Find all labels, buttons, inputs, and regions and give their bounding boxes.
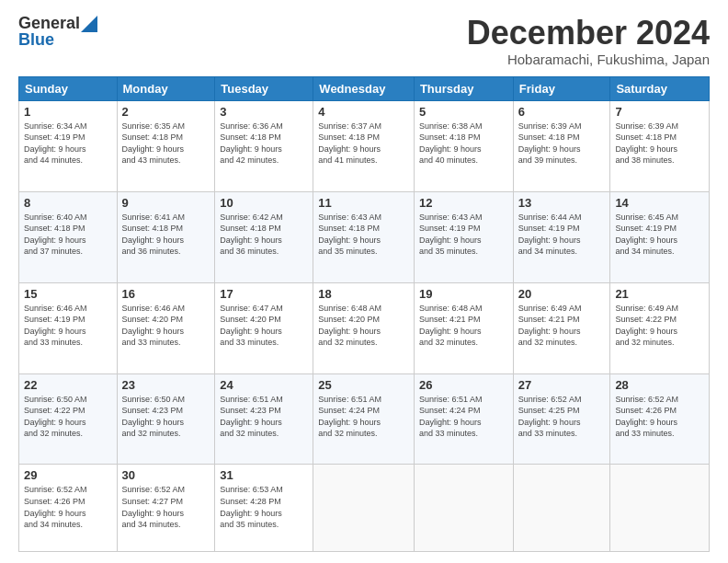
column-header-saturday: Saturday: [610, 76, 710, 100]
calendar-cell: 2Sunrise: 6:35 AM Sunset: 4:18 PM Daylig…: [117, 100, 215, 191]
day-number: 15: [24, 287, 112, 301]
calendar-cell: 27Sunrise: 6:52 AM Sunset: 4:25 PM Dayli…: [513, 373, 610, 465]
day-number: 5: [419, 105, 508, 119]
calendar-table: SundayMondayTuesdayWednesdayThursdayFrid…: [18, 76, 710, 552]
logo: General Blue: [18, 15, 97, 50]
day-info: Sunrise: 6:52 AM Sunset: 4:26 PM Dayligh…: [24, 484, 112, 530]
day-number: 2: [122, 105, 210, 119]
calendar-cell: 26Sunrise: 6:51 AM Sunset: 4:24 PM Dayli…: [414, 373, 513, 465]
day-info: Sunrise: 6:51 AM Sunset: 4:23 PM Dayligh…: [220, 394, 308, 440]
day-info: Sunrise: 6:43 AM Sunset: 4:19 PM Dayligh…: [419, 212, 508, 258]
calendar-cell: 1Sunrise: 6:34 AM Sunset: 4:19 PM Daylig…: [19, 100, 118, 191]
calendar-cell: [610, 465, 710, 552]
calendar-cell: 28Sunrise: 6:52 AM Sunset: 4:26 PM Dayli…: [610, 373, 710, 465]
calendar-cell: 11Sunrise: 6:43 AM Sunset: 4:18 PM Dayli…: [313, 191, 415, 282]
svg-marker-0: [81, 16, 97, 32]
day-info: Sunrise: 6:50 AM Sunset: 4:23 PM Dayligh…: [122, 394, 210, 440]
column-header-friday: Friday: [513, 76, 610, 100]
title-block: December 2024 Hobaramachi, Fukushima, Ja…: [467, 15, 710, 67]
day-number: 3: [220, 105, 308, 119]
day-info: Sunrise: 6:49 AM Sunset: 4:21 PM Dayligh…: [518, 303, 606, 349]
day-info: Sunrise: 6:35 AM Sunset: 4:18 PM Dayligh…: [122, 121, 210, 167]
day-number: 26: [419, 378, 508, 392]
day-info: Sunrise: 6:46 AM Sunset: 4:20 PM Dayligh…: [122, 303, 210, 349]
day-info: Sunrise: 6:45 AM Sunset: 4:19 PM Dayligh…: [615, 212, 704, 258]
calendar-cell: [513, 465, 610, 552]
calendar-cell: 3Sunrise: 6:36 AM Sunset: 4:18 PM Daylig…: [215, 100, 313, 191]
calendar-cell: 6Sunrise: 6:39 AM Sunset: 4:18 PM Daylig…: [513, 100, 610, 191]
day-number: 19: [419, 287, 508, 301]
column-header-thursday: Thursday: [414, 76, 513, 100]
calendar-cell: 8Sunrise: 6:40 AM Sunset: 4:18 PM Daylig…: [19, 191, 118, 282]
day-number: 27: [518, 378, 606, 392]
day-number: 8: [24, 196, 112, 210]
day-number: 22: [24, 378, 112, 392]
calendar-cell: 24Sunrise: 6:51 AM Sunset: 4:23 PM Dayli…: [215, 373, 313, 465]
day-number: 9: [122, 196, 210, 210]
calendar-cell: 18Sunrise: 6:48 AM Sunset: 4:20 PM Dayli…: [313, 282, 415, 373]
month-title: December 2024: [467, 15, 710, 52]
calendar-cell: 17Sunrise: 6:47 AM Sunset: 4:20 PM Dayli…: [215, 282, 313, 373]
day-info: Sunrise: 6:39 AM Sunset: 4:18 PM Dayligh…: [615, 121, 704, 167]
column-header-monday: Monday: [117, 76, 215, 100]
day-info: Sunrise: 6:40 AM Sunset: 4:18 PM Dayligh…: [24, 212, 112, 258]
day-info: Sunrise: 6:41 AM Sunset: 4:18 PM Dayligh…: [122, 212, 210, 258]
day-number: 30: [122, 468, 210, 482]
day-info: Sunrise: 6:38 AM Sunset: 4:18 PM Dayligh…: [419, 121, 508, 167]
day-info: Sunrise: 6:39 AM Sunset: 4:18 PM Dayligh…: [518, 121, 606, 167]
calendar-cell: 15Sunrise: 6:46 AM Sunset: 4:19 PM Dayli…: [19, 282, 118, 373]
day-number: 10: [220, 196, 308, 210]
day-number: 14: [615, 196, 704, 210]
day-number: 21: [615, 287, 704, 301]
day-info: Sunrise: 6:52 AM Sunset: 4:27 PM Dayligh…: [122, 484, 210, 530]
calendar-cell: 5Sunrise: 6:38 AM Sunset: 4:18 PM Daylig…: [414, 100, 513, 191]
day-number: 25: [318, 378, 409, 392]
day-info: Sunrise: 6:42 AM Sunset: 4:18 PM Dayligh…: [220, 212, 308, 258]
day-info: Sunrise: 6:51 AM Sunset: 4:24 PM Dayligh…: [419, 394, 508, 440]
calendar-cell: 14Sunrise: 6:45 AM Sunset: 4:19 PM Dayli…: [610, 191, 710, 282]
day-info: Sunrise: 6:37 AM Sunset: 4:18 PM Dayligh…: [318, 121, 409, 167]
day-info: Sunrise: 6:46 AM Sunset: 4:19 PM Dayligh…: [24, 303, 112, 349]
day-info: Sunrise: 6:43 AM Sunset: 4:18 PM Dayligh…: [318, 212, 409, 258]
day-info: Sunrise: 6:53 AM Sunset: 4:28 PM Dayligh…: [220, 484, 308, 530]
calendar-cell: 23Sunrise: 6:50 AM Sunset: 4:23 PM Dayli…: [117, 373, 215, 465]
day-number: 11: [318, 196, 409, 210]
calendar-cell: [313, 465, 415, 552]
day-info: Sunrise: 6:44 AM Sunset: 4:19 PM Dayligh…: [518, 212, 606, 258]
column-header-sunday: Sunday: [19, 76, 118, 100]
day-number: 12: [419, 196, 508, 210]
page-header: General Blue December 2024 Hobaramachi, …: [18, 15, 710, 67]
calendar-cell: 19Sunrise: 6:48 AM Sunset: 4:21 PM Dayli…: [414, 282, 513, 373]
day-info: Sunrise: 6:48 AM Sunset: 4:21 PM Dayligh…: [419, 303, 508, 349]
calendar-cell: 21Sunrise: 6:49 AM Sunset: 4:22 PM Dayli…: [610, 282, 710, 373]
calendar-cell: 13Sunrise: 6:44 AM Sunset: 4:19 PM Dayli…: [513, 191, 610, 282]
calendar-cell: 25Sunrise: 6:51 AM Sunset: 4:24 PM Dayli…: [313, 373, 415, 465]
day-info: Sunrise: 6:49 AM Sunset: 4:22 PM Dayligh…: [615, 303, 704, 349]
day-info: Sunrise: 6:50 AM Sunset: 4:22 PM Dayligh…: [24, 394, 112, 440]
day-info: Sunrise: 6:47 AM Sunset: 4:20 PM Dayligh…: [220, 303, 308, 349]
day-number: 4: [318, 105, 409, 119]
day-number: 18: [318, 287, 409, 301]
logo-blue: Blue: [18, 31, 54, 50]
day-number: 7: [615, 105, 704, 119]
day-number: 20: [518, 287, 606, 301]
day-number: 31: [220, 468, 308, 482]
calendar-cell: 20Sunrise: 6:49 AM Sunset: 4:21 PM Dayli…: [513, 282, 610, 373]
calendar-cell: 29Sunrise: 6:52 AM Sunset: 4:26 PM Dayli…: [19, 465, 118, 552]
day-number: 6: [518, 105, 606, 119]
calendar-cell: 30Sunrise: 6:52 AM Sunset: 4:27 PM Dayli…: [117, 465, 215, 552]
column-header-wednesday: Wednesday: [313, 76, 415, 100]
day-number: 16: [122, 287, 210, 301]
day-number: 23: [122, 378, 210, 392]
calendar-cell: 22Sunrise: 6:50 AM Sunset: 4:22 PM Dayli…: [19, 373, 118, 465]
day-info: Sunrise: 6:34 AM Sunset: 4:19 PM Dayligh…: [24, 121, 112, 167]
calendar-cell: 12Sunrise: 6:43 AM Sunset: 4:19 PM Dayli…: [414, 191, 513, 282]
day-number: 1: [24, 105, 112, 119]
day-info: Sunrise: 6:52 AM Sunset: 4:26 PM Dayligh…: [615, 394, 704, 440]
day-number: 24: [220, 378, 308, 392]
day-number: 13: [518, 196, 606, 210]
calendar-cell: 4Sunrise: 6:37 AM Sunset: 4:18 PM Daylig…: [313, 100, 415, 191]
day-info: Sunrise: 6:48 AM Sunset: 4:20 PM Dayligh…: [318, 303, 409, 349]
column-header-tuesday: Tuesday: [215, 76, 313, 100]
day-info: Sunrise: 6:36 AM Sunset: 4:18 PM Dayligh…: [220, 121, 308, 167]
